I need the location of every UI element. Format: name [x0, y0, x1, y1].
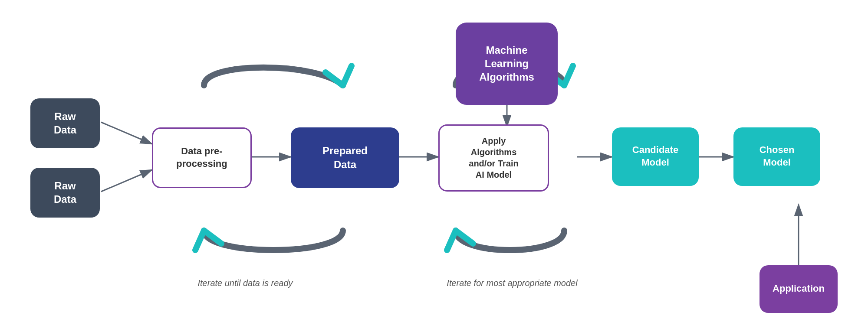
- iterate-model-label: Iterate for most appropriate model: [421, 278, 603, 288]
- chosen-model-node: ChosenModel: [733, 127, 820, 186]
- raw-data-1-label: Raw Data: [54, 110, 76, 137]
- application-label: Application: [773, 283, 825, 295]
- iterate-data-label: Iterate until data is ready: [165, 278, 326, 288]
- apply-algorithms-node: ApplyAlgorithmsand/or TrainAI Model: [438, 124, 549, 192]
- ml-algorithms-node: MachineLearningAlgorithms: [456, 23, 558, 105]
- svg-line-5: [101, 170, 152, 192]
- ml-algorithms-label: MachineLearningAlgorithms: [479, 43, 534, 84]
- apply-algorithms-label: ApplyAlgorithmsand/or TrainAI Model: [469, 135, 518, 180]
- candidate-model-label: CandidateModel: [632, 144, 678, 169]
- raw-data-1-node: Raw Data: [30, 98, 100, 148]
- prepared-data-node: PreparedData: [291, 127, 399, 188]
- application-node: Application: [760, 265, 838, 313]
- diagram-container: Raw Data Raw Data Data pre-processing Pr…: [0, 0, 868, 322]
- raw-data-2-label: Raw Data: [54, 179, 76, 206]
- chosen-model-label: ChosenModel: [760, 144, 795, 169]
- flow-wrapper: Raw Data Raw Data Data pre-processing Pr…: [22, 10, 846, 313]
- svg-line-4: [101, 122, 152, 144]
- data-preprocessing-node: Data pre-processing: [152, 127, 252, 188]
- prepared-data-label: PreparedData: [322, 144, 368, 171]
- arrows-svg: [22, 10, 846, 313]
- raw-data-2-node: Raw Data: [30, 168, 100, 218]
- candidate-model-node: CandidateModel: [612, 127, 699, 186]
- data-preprocessing-label: Data pre-processing: [176, 145, 227, 170]
